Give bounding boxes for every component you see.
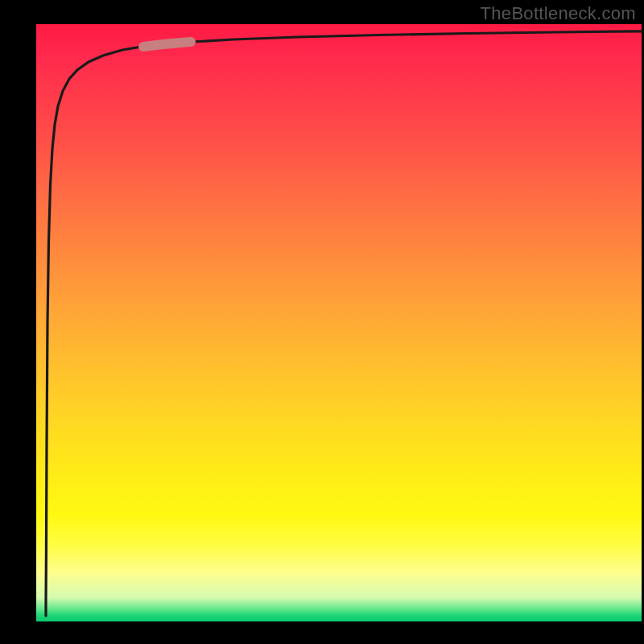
bottleneck-curve — [46, 31, 642, 616]
highlight-marker — [143, 42, 191, 47]
y-axis-band — [0, 24, 36, 644]
corner-tl — [0, 0, 36, 24]
chart-svg — [0, 0, 644, 644]
chart-frame — [0, 0, 644, 644]
watermark-text: TheBottleneck.com — [481, 3, 636, 24]
x-axis-band — [0, 621, 644, 644]
